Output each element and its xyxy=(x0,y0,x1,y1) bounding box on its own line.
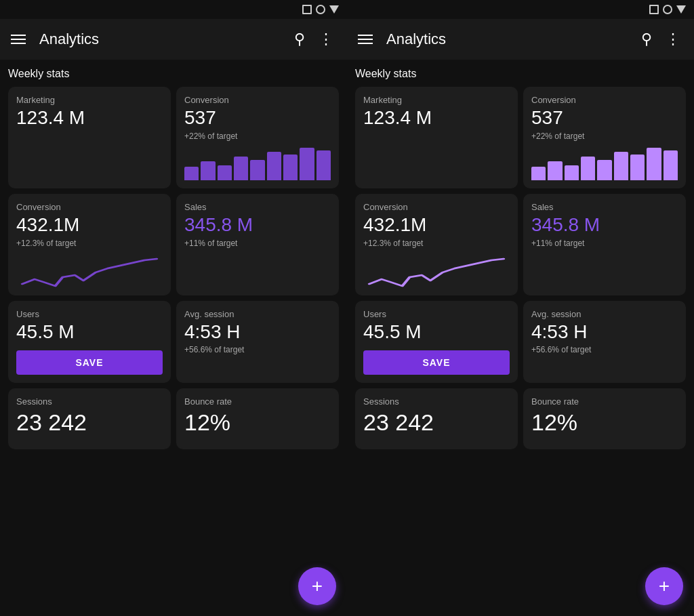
users-value-right: 45.5 M xyxy=(363,322,510,343)
bar-8 xyxy=(300,148,314,180)
stats-grid-right: Marketing 123.4 M Conversion 537 +22% of… xyxy=(355,87,686,449)
sessions-value-right: 23 242 xyxy=(363,409,510,436)
sales-value-right: 345.8 M xyxy=(531,215,678,236)
sessions-card-right: Sessions 23 242 xyxy=(355,388,518,449)
signal-icon xyxy=(316,5,325,14)
status-bar-left xyxy=(0,0,347,19)
conv-top-value-right: 537 xyxy=(531,108,678,129)
rbar-8 xyxy=(647,148,661,180)
rbar-5 xyxy=(597,160,611,180)
users-label-left: Users xyxy=(16,309,163,319)
marketing-value-right: 123.4 M xyxy=(363,108,510,129)
conv-main-label-left: Conversion xyxy=(16,202,163,212)
bar-9 xyxy=(317,150,331,180)
bar-chart-right xyxy=(531,146,678,180)
fab-right[interactable]: + xyxy=(645,567,683,605)
bounce-card-left: Bounce rate 12% xyxy=(176,388,339,449)
conversion-top-card-right: Conversion 537 +22% of target xyxy=(523,87,686,188)
bounce-value-right: 12% xyxy=(531,409,678,436)
rbar-3 xyxy=(565,165,579,180)
line-chart-left xyxy=(16,253,163,287)
toolbar-right: Analytics ⚲ ⋮ xyxy=(347,19,694,60)
bar-chart-left xyxy=(184,146,331,180)
toolbar-left: Analytics ⚲ ⋮ xyxy=(0,19,347,60)
marketing-card-left: Marketing 123.4 M xyxy=(8,87,171,188)
battery-icon xyxy=(302,5,312,14)
conv-top-label-left: Conversion xyxy=(184,95,331,105)
battery-icon-right xyxy=(649,5,659,14)
avg-sub-right: +56.6% of target xyxy=(531,345,678,354)
search-icon-left[interactable]: ⚲ xyxy=(291,28,308,51)
bounce-label-left: Bounce rate xyxy=(184,396,331,407)
rbar-4 xyxy=(581,157,595,180)
status-bar-right xyxy=(347,0,694,19)
conv-main-label-right: Conversion xyxy=(363,202,510,212)
more-icon-left[interactable]: ⋮ xyxy=(316,28,336,51)
save-button-right[interactable]: SAVE xyxy=(363,350,510,375)
more-icon-right[interactable]: ⋮ xyxy=(663,28,683,51)
sessions-label-right: Sessions xyxy=(363,396,510,407)
conv-top-label-right: Conversion xyxy=(531,95,678,105)
conv-top-value-left: 537 xyxy=(184,108,331,129)
conv-main-sub-left: +12.3% of target xyxy=(16,239,163,248)
sessions-label-left: Sessions xyxy=(16,396,163,407)
users-card-left: Users 45.5 M SAVE xyxy=(8,301,171,384)
sales-label-left: Sales xyxy=(184,202,331,212)
marketing-label-left: Marketing xyxy=(16,95,163,105)
bar-3 xyxy=(218,165,232,180)
marketing-card-right: Marketing 123.4 M xyxy=(355,87,518,188)
rbar-2 xyxy=(548,161,562,180)
sessions-value-left: 23 242 xyxy=(16,409,163,436)
avg-label-right: Avg. session xyxy=(531,309,678,319)
section-title-right: Weekly stats xyxy=(355,68,686,80)
bar-2 xyxy=(201,161,215,180)
conversion-main-card-right: Conversion 432.1M +12.3% of target xyxy=(355,194,518,295)
conversion-main-card-left: Conversion 432.1M +12.3% of target xyxy=(8,194,171,295)
avg-label-left: Avg. session xyxy=(184,309,331,319)
wifi-icon xyxy=(329,5,339,14)
conv-top-sub-right: +22% of target xyxy=(531,131,678,141)
right-panel: Analytics ⚲ ⋮ Weekly stats Marketing 123… xyxy=(347,0,694,616)
conv-main-value-right: 432.1M xyxy=(363,215,510,236)
avg-value-left: 4:53 H xyxy=(184,322,331,343)
sales-value-left: 345.8 M xyxy=(184,215,331,236)
sales-label-right: Sales xyxy=(531,202,678,212)
avg-session-card-right: Avg. session 4:53 H +56.6% of target xyxy=(523,301,686,384)
conv-main-sub-right: +12.3% of target xyxy=(363,239,510,248)
stats-grid-left: Marketing 123.4 M Conversion 537 +22% of… xyxy=(8,87,339,449)
marketing-value-left: 123.4 M xyxy=(16,108,163,129)
users-value-left: 45.5 M xyxy=(16,322,163,343)
users-label-right: Users xyxy=(363,309,510,319)
hamburger-icon-left[interactable] xyxy=(11,35,26,44)
bar-4 xyxy=(234,157,248,180)
bounce-card-right: Bounce rate 12% xyxy=(523,388,686,449)
section-title-left: Weekly stats xyxy=(8,68,339,80)
app-title-left: Analytics xyxy=(39,30,283,48)
sessions-card-left: Sessions 23 242 xyxy=(8,388,171,449)
fab-left[interactable]: + xyxy=(298,567,336,605)
bounce-label-right: Bounce rate xyxy=(531,396,678,407)
sales-sub-right: +11% of target xyxy=(531,239,678,248)
rbar-7 xyxy=(630,155,645,180)
avg-value-right: 4:53 H xyxy=(531,322,678,343)
hamburger-icon-right[interactable] xyxy=(358,35,373,44)
avg-session-card-left: Avg. session 4:53 H +56.6% of target xyxy=(176,301,339,384)
bar-5 xyxy=(250,160,264,180)
sales-sub-left: +11% of target xyxy=(184,239,331,248)
conversion-top-card-left: Conversion 537 +22% of target xyxy=(176,87,339,188)
wifi-icon-right xyxy=(676,5,686,14)
conv-top-sub-left: +22% of target xyxy=(184,131,331,141)
rbar-9 xyxy=(664,150,678,180)
bar-1 xyxy=(184,167,199,180)
sales-card-right: Sales 345.8 M +11% of target xyxy=(523,194,686,295)
marketing-label-right: Marketing xyxy=(363,95,510,105)
sales-card-left: Sales 345.8 M +11% of target xyxy=(176,194,339,295)
bar-7 xyxy=(283,155,298,180)
save-button-left[interactable]: SAVE xyxy=(16,350,163,375)
bounce-value-left: 12% xyxy=(184,409,331,436)
left-panel: Analytics ⚲ ⋮ Weekly stats Marketing 123… xyxy=(0,0,347,616)
search-icon-right[interactable]: ⚲ xyxy=(638,28,655,51)
line-chart-right xyxy=(363,253,510,287)
avg-sub-left: +56.6% of target xyxy=(184,345,331,354)
rbar-6 xyxy=(614,152,628,180)
